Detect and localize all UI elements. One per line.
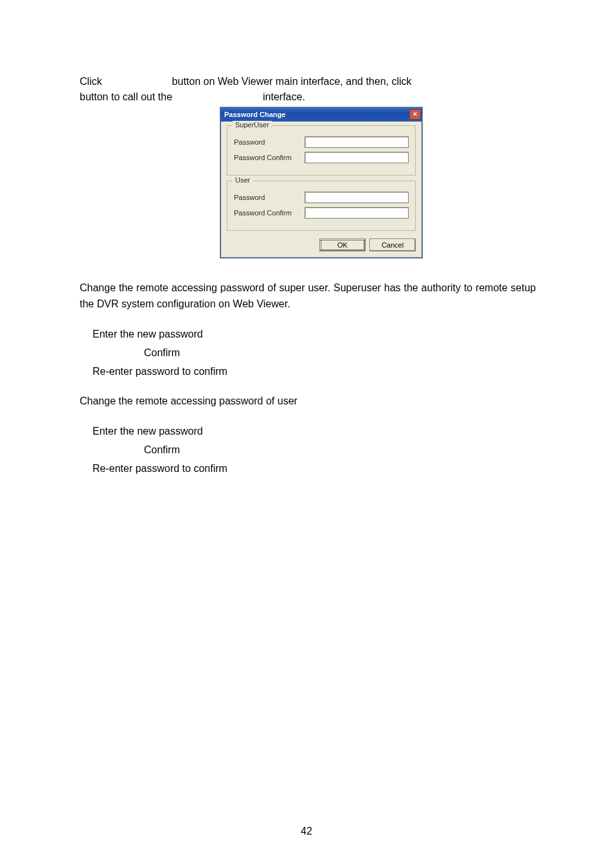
user-password-label: Password	[234, 194, 305, 201]
user-confirm-label-text: Confirm	[80, 442, 536, 458]
user-reenter: Re-enter password to confirm	[80, 461, 536, 477]
superuser-confirm-input[interactable]	[305, 152, 409, 163]
superuser-desc: Change the remote accessing password of …	[80, 280, 536, 312]
callout-2-line	[203, 186, 220, 187]
user-password-input[interactable]	[305, 192, 409, 203]
close-icon[interactable]: ×	[409, 109, 421, 120]
user-enter-new-password: Enter the new password	[80, 424, 536, 440]
page-number: 42	[0, 826, 613, 837]
password-change-dialog: Password Change × SuperUser Password Pas…	[220, 107, 423, 258]
intro2-post: interface.	[263, 91, 305, 102]
user-confirm-label: Password Confirm	[234, 209, 305, 217]
superuser-password-label: Password	[234, 138, 305, 146]
group-superuser-legend: SuperUser	[233, 121, 272, 129]
superuser-confirm-label: Password Confirm	[234, 154, 305, 161]
dialog-title: Password Change	[224, 111, 409, 118]
user-desc: Change the remote accessing password of …	[80, 393, 536, 410]
group-user-legend: User	[233, 176, 253, 184]
su-confirm-label: Confirm	[80, 345, 536, 361]
dialog-titlebar: Password Change ×	[220, 107, 422, 122]
user-confirm-input[interactable]	[305, 207, 409, 219]
intro-post: button on Web Viewer main interface, and…	[172, 76, 412, 87]
intro2-pre: button to call out the	[80, 91, 172, 102]
group-user: User Password Password Confirm	[227, 181, 416, 231]
callout-1: (1)	[193, 126, 202, 134]
ok-button[interactable]: OK	[319, 239, 366, 251]
su-enter-new-password: Enter the new password	[80, 327, 536, 343]
callout-2: (2)	[193, 183, 202, 190]
cancel-button[interactable]: Cancel	[369, 239, 416, 251]
group-superuser: SuperUser Password Password Confirm	[227, 125, 416, 176]
intro-pre: Click	[80, 76, 102, 87]
callout-1-line	[203, 130, 220, 131]
superuser-password-input[interactable]	[305, 136, 409, 148]
su-reenter: Re-enter password to confirm	[80, 364, 536, 380]
